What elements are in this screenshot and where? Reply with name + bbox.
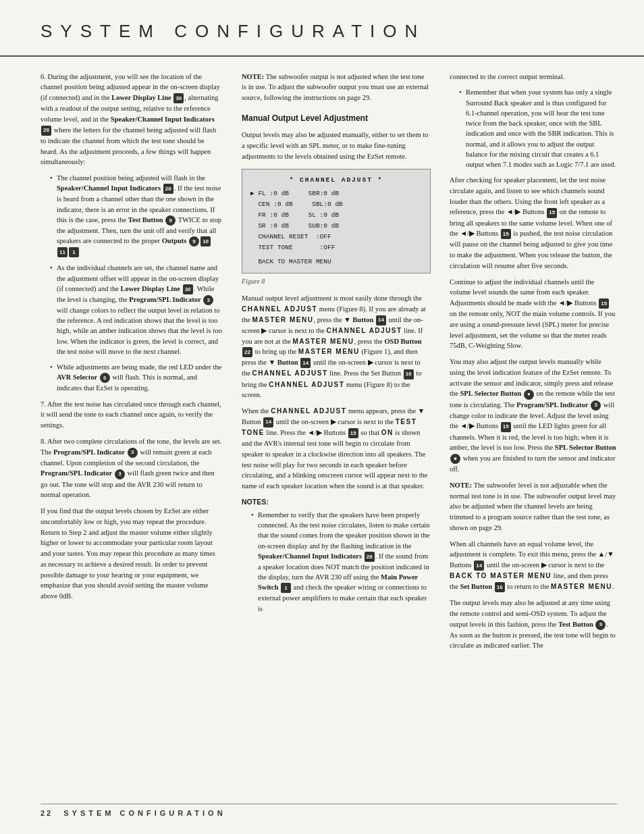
down-button-2: ▼ Button bbox=[269, 359, 298, 366]
note-bullet-1: Remember to verify that the speakers hav… bbox=[251, 510, 431, 614]
right-para4: You may also adjust the output levels ma… bbox=[450, 357, 617, 475]
spl-selector-label1: SPL Selector Button bbox=[460, 390, 521, 397]
osd-button: OSD Button bbox=[384, 338, 421, 345]
manual-output-heading: Manual Output Level Adjustment bbox=[242, 113, 431, 124]
num16-1: 16 bbox=[404, 369, 414, 380]
channel-display-box: * CHANNEL ADJUST * ▶ FL :0 dB SBR:0 dB C… bbox=[242, 169, 431, 273]
left-column: 6. During the adjustment, you will see t… bbox=[41, 72, 223, 656]
channel-adjust-sc2: CHANNEL ADJUST bbox=[327, 327, 402, 334]
bullet-item-3: While adjustments are being made, the re… bbox=[50, 362, 223, 394]
closing-para: If you find that the output levels chose… bbox=[41, 506, 223, 602]
spl-circle2: ● bbox=[450, 454, 460, 464]
bullet1-num28: 28 bbox=[163, 184, 173, 194]
item8-spl-label1: Program/SPL Indicator bbox=[53, 448, 125, 456]
set-button-label: Set Button bbox=[460, 583, 492, 590]
note-num28: 28 bbox=[365, 552, 375, 562]
notes-bullet-list: Remember to verify that the speakers hav… bbox=[251, 510, 431, 614]
item7-text: 7. After the test noise has circulated o… bbox=[41, 399, 223, 431]
page-footer: 22 SYSTEM CONFIGURATION bbox=[41, 804, 617, 819]
channel-adjust-sc3: CHANNEL ADJUST bbox=[252, 369, 327, 377]
channel-display-row-fl: ▶ FL :0 dB SBR:0 dB bbox=[250, 188, 422, 199]
bullet1-test-label: Test Button bbox=[128, 216, 163, 224]
right-num3-1: 3 bbox=[591, 400, 601, 411]
program-spl-label: Program/SPL Indicator bbox=[516, 401, 588, 409]
master-menu-sc2: MASTER MENU bbox=[293, 338, 354, 345]
manual-intro: Output levels may also be adjusted manua… bbox=[242, 130, 431, 161]
note-label-2: NOTE: bbox=[450, 481, 472, 489]
bullet-item-2: As the individual channels are set, the … bbox=[50, 263, 223, 357]
right-num15-2: 15 bbox=[501, 229, 511, 239]
figure-caption: Figure 8 bbox=[242, 277, 431, 287]
page-title: SYSTEM CONFIGURATION bbox=[41, 19, 603, 45]
channel-adjust-sc4: CHANNEL ADJUST bbox=[269, 381, 344, 388]
indicator-30: 30 bbox=[173, 93, 184, 103]
channel-adjust-sc1: CHANNEL ADJUST bbox=[242, 305, 317, 313]
right-bullet-1: Remember that when your system has only … bbox=[459, 87, 617, 170]
num15-1: 15 bbox=[348, 428, 358, 438]
note-label: NOTE: bbox=[242, 73, 264, 80]
middle-column: NOTE: The subwoofer output is not adjust… bbox=[242, 72, 431, 656]
speaker-channel-label: Speaker/Channel Input Indicators bbox=[111, 115, 215, 123]
master-menu-final: MASTER MENU bbox=[551, 583, 612, 590]
middle-body-1: Manual output level adjustment is most e… bbox=[242, 293, 431, 400]
test-button-label: Test Button bbox=[558, 621, 593, 628]
page-header: SYSTEM CONFIGURATION bbox=[0, 0, 644, 57]
indicator-28: 28 bbox=[41, 126, 51, 136]
bullet1-num9b: 9 bbox=[189, 236, 199, 246]
master-menu-sc1: MASTER MENU bbox=[252, 316, 313, 323]
lower-display-label: Lower Display Line bbox=[111, 94, 171, 101]
right-column: connected to the correct output terminal… bbox=[450, 72, 617, 656]
footer-section-title: SYSTEM CONFIGURATION bbox=[63, 808, 225, 819]
footer-page-num: 22 bbox=[41, 808, 53, 819]
right-para2: After checking for speaker placement, le… bbox=[450, 175, 617, 271]
channel-display-row-test: TEST TONE :OFF bbox=[250, 242, 422, 253]
num14-1: 14 bbox=[376, 315, 386, 325]
bullet-item-1: The channel position being adjusted will… bbox=[50, 173, 223, 257]
channel-display-row-cen: CEN :0 dB SBL:0 dB bbox=[250, 199, 422, 210]
right-bullet-list: Remember that when your system has only … bbox=[459, 87, 617, 170]
content-area: 6. During the adjustment, you will see t… bbox=[0, 57, 644, 670]
bullet2-spl-label: Program/SPL Indicator bbox=[129, 296, 200, 303]
channel-display-row-sr: SR :0 dB SUB:0 dB bbox=[250, 221, 422, 232]
middle-body-2: When the CHANNEL ADJUST menu appears, pr… bbox=[242, 406, 431, 492]
notes-label: NOTES: bbox=[242, 497, 431, 507]
channel-display-header: * CHANNEL ADJUST * bbox=[250, 175, 422, 186]
bullet1-num11: 11 bbox=[57, 247, 68, 257]
right-connected: connected to the correct output terminal… bbox=[450, 72, 617, 82]
channel-display-back: BACK TO MASTER MENU bbox=[250, 257, 422, 267]
right-num16: 16 bbox=[495, 582, 505, 592]
down-button-1: ▼ Button bbox=[344, 316, 373, 323]
on-sc: ON bbox=[381, 429, 394, 436]
right-num15-1: 15 bbox=[547, 208, 557, 218]
right-num9: 9 bbox=[595, 620, 606, 630]
num14-3: 14 bbox=[263, 417, 273, 427]
num14-2: 14 bbox=[300, 358, 311, 368]
spl-circle1: ● bbox=[524, 390, 534, 400]
note-subwoofer: NOTE: The subwoofer output is not adjust… bbox=[242, 72, 431, 103]
bullet2-num3: 3 bbox=[203, 295, 213, 305]
back-to-master-sc: BACK TO MASTER MENU bbox=[450, 572, 552, 579]
bullet1-num9: 9 bbox=[165, 215, 176, 226]
right-para6: The output levels may also be adjusted a… bbox=[450, 598, 617, 651]
bullet3-avr-label: AVR Selector bbox=[57, 373, 97, 381]
item8-num3b: 3 bbox=[115, 469, 125, 479]
master-menu-sc3: MASTER MENU bbox=[298, 348, 360, 355]
right-note: NOTE: The subwoofer level is not adjusta… bbox=[450, 480, 617, 533]
spl-selector-label2: SPL Selector Button bbox=[555, 444, 616, 451]
bullet-list-1: The channel position being adjusted will… bbox=[50, 173, 223, 394]
item8-num3a: 3 bbox=[128, 448, 138, 458]
bullet2-num30: 30 bbox=[183, 284, 193, 294]
left-intro: 6. During the adjustment, you will see t… bbox=[41, 72, 223, 167]
note-num1: 1 bbox=[281, 583, 291, 593]
bullet1-outputs-label: Outputs bbox=[162, 237, 187, 244]
item8-spl-label2: Program/SPL Indicator bbox=[41, 469, 112, 477]
channel-display-row-reset: CHANNEL RESET :OFF bbox=[250, 232, 422, 242]
bullet1-num1: 1 bbox=[69, 247, 79, 257]
right-num14-1: 14 bbox=[474, 561, 484, 571]
page-container: SYSTEM CONFIGURATION 6. During the adjus… bbox=[0, 0, 644, 834]
note-speaker-label: Speaker/Channel Input Indicators bbox=[258, 552, 362, 560]
num22: 22 bbox=[242, 347, 252, 357]
right-num15-4: 15 bbox=[501, 422, 511, 432]
bullet1-label1: Speaker/Channel Input Indicators bbox=[57, 184, 161, 192]
bullet1-num10: 10 bbox=[200, 236, 211, 246]
